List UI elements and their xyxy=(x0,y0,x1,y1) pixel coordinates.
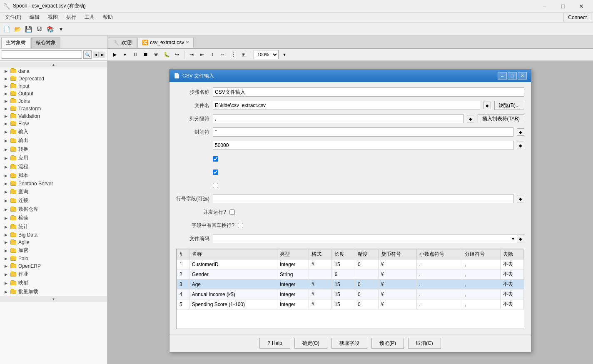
table-row[interactable]: 4Annual Income (k$)Integer#150¥.,不去 xyxy=(177,289,524,299)
stop-button[interactable]: ⏹ xyxy=(141,50,150,59)
csv-tab-close[interactable]: ✕ xyxy=(186,40,189,45)
tree-item[interactable]: ▶ Flow xyxy=(0,120,107,127)
checkbox1[interactable] xyxy=(213,156,218,162)
encoding-input[interactable] xyxy=(213,234,524,243)
tree-item[interactable]: ▶ Joins xyxy=(0,97,107,105)
enclosure-diamond-button[interactable]: ◆ xyxy=(517,128,524,136)
help-button[interactable]: ? Help xyxy=(259,338,290,349)
tree-expand-button[interactable]: ▶ xyxy=(100,52,105,57)
encoding-dropdown-button[interactable]: ▾ xyxy=(509,234,517,243)
tree-item[interactable]: ▶ 输入 xyxy=(0,127,107,136)
table-row[interactable]: 5Spending Score (1-100)Integer#150¥.,不去 xyxy=(177,299,524,309)
align-right-button[interactable]: ⇤ xyxy=(197,50,207,59)
get-fields-button[interactable]: 获取字段 xyxy=(331,338,367,349)
tree-item[interactable]: ▶ Pentaho Server xyxy=(0,180,107,187)
maximize-button[interactable]: □ xyxy=(555,2,571,10)
table-row[interactable]: 2GenderString6¥.,不去 xyxy=(177,269,524,279)
newline-checkbox[interactable] xyxy=(238,223,243,228)
confirm-button[interactable]: 确定(O) xyxy=(294,338,327,349)
delimiter-diamond-button[interactable]: ◆ xyxy=(467,115,474,122)
save-button[interactable]: 💾 xyxy=(23,24,33,34)
tree-item[interactable]: ▶ 查询 xyxy=(0,187,107,196)
menu-view[interactable]: 视图 xyxy=(45,13,61,22)
row-number-field-input[interactable] xyxy=(213,194,513,203)
tree-item[interactable]: ▶ Deprecated xyxy=(0,75,107,82)
run-dropdown-button[interactable]: ▾ xyxy=(120,50,130,59)
tree-item[interactable]: ▶ Output xyxy=(0,90,107,97)
tree-item[interactable]: ▶ 映射 xyxy=(0,279,107,287)
tree-item[interactable]: ▶ Big Data xyxy=(0,231,107,239)
debug-button[interactable]: 🐛 xyxy=(162,50,171,59)
minimize-button[interactable]: – xyxy=(536,2,553,10)
search-tree-button[interactable]: 🔍 xyxy=(83,50,92,59)
menu-help[interactable]: 帮助 xyxy=(100,13,116,22)
tree-item[interactable]: ▶ Palo xyxy=(0,255,107,262)
tab-core-objects[interactable]: 核心对象 xyxy=(31,37,60,48)
tree-item[interactable]: ▶ 统计 xyxy=(0,222,107,231)
dialog-minimize-button[interactable]: – xyxy=(498,72,507,80)
table-row[interactable]: 3AgeInteger#150¥.,不去 xyxy=(177,279,524,289)
insert-tab-button[interactable]: 插入制表符(TAB) xyxy=(478,114,524,123)
tree-item[interactable]: ▶ 应用 xyxy=(0,154,107,162)
step-button[interactable]: ↪ xyxy=(172,50,182,59)
connect-button[interactable]: Connect xyxy=(563,13,591,22)
tab-csv-extract[interactable]: 🔀 csv_extract.csv ✕ xyxy=(137,37,194,48)
tree-item[interactable]: ▶ 批量加载 xyxy=(0,287,107,296)
tree-item[interactable]: ▶ 数据仓库 xyxy=(0,205,107,214)
dialog-maximize-button[interactable]: □ xyxy=(508,72,517,80)
tree-item[interactable]: ▶ Input xyxy=(0,82,107,90)
rows-number-input[interactable] xyxy=(213,141,513,150)
menu-tools[interactable]: 工具 xyxy=(81,13,98,22)
snap-button[interactable]: ⊞ xyxy=(239,50,248,59)
enclosure-input[interactable] xyxy=(213,127,513,137)
open-button[interactable]: 📂 xyxy=(12,24,22,34)
rows-number-diamond-button[interactable]: ◆ xyxy=(517,142,524,149)
tree-item[interactable]: ▶ 输出 xyxy=(0,136,107,145)
dropdown-button[interactable]: ▾ xyxy=(56,24,66,34)
search-input[interactable] xyxy=(2,50,82,59)
cancel-button[interactable]: 取消(C) xyxy=(408,338,441,349)
tree-item[interactable]: ▶ 作业 xyxy=(0,270,107,279)
run-button[interactable]: ▶ xyxy=(110,50,119,59)
tree-item[interactable]: ▶ 流程 xyxy=(0,162,107,171)
browse-button[interactable]: 浏览(B)... xyxy=(494,101,524,110)
close-button[interactable]: ✕ xyxy=(573,2,590,10)
step-name-input[interactable] xyxy=(213,87,524,97)
distribute-button[interactable]: ⋮ xyxy=(229,50,238,59)
tree-scroll-up[interactable]: ▲ xyxy=(0,62,107,67)
delimiter-input[interactable] xyxy=(213,114,463,123)
file-name-input[interactable] xyxy=(213,101,480,110)
tree-item[interactable]: ▶ 检验 xyxy=(0,214,107,222)
preview-button-footer[interactable]: 预览(P) xyxy=(371,338,404,349)
tree-item[interactable]: ▶ Validation xyxy=(0,112,107,120)
tree-area[interactable]: ▲ ▶ dana ▶ Deprecated ▶ Input ▶ Output ▶… xyxy=(0,61,107,364)
tree-item[interactable]: ▶ 脚本 xyxy=(0,171,107,180)
align-bottom-button[interactable]: ↔ xyxy=(218,50,227,59)
file-name-diamond-button[interactable]: ◆ xyxy=(483,102,491,109)
tree-collapse-button[interactable]: ◀ xyxy=(93,52,99,57)
new-button[interactable]: 📄 xyxy=(2,24,12,34)
tree-item[interactable]: ▶ dana xyxy=(0,67,107,75)
pause-button[interactable]: ⏸ xyxy=(131,50,140,59)
align-top-button[interactable]: ↕ xyxy=(208,50,217,59)
tab-welcome[interactable]: 🥄 欢迎! xyxy=(109,37,137,48)
tree-item[interactable]: ▶ 转换 xyxy=(0,145,107,154)
tree-scroll-down[interactable]: ▼ xyxy=(0,296,107,302)
parallel-checkbox[interactable] xyxy=(229,209,235,215)
tree-item[interactable]: ▶ 连接 xyxy=(0,196,107,205)
table-row[interactable]: 1CustomerIDInteger#150¥.,不去 xyxy=(177,259,524,269)
dialog-close-button[interactable]: ✕ xyxy=(518,72,527,80)
zoom-select[interactable]: 50% 75% 100% 150% 200% xyxy=(254,50,279,59)
encoding-diamond-button[interactable]: ◆ xyxy=(517,235,524,242)
tree-item[interactable]: ▶ 加密 xyxy=(0,246,107,255)
zoom-dropdown-button[interactable]: ▾ xyxy=(280,50,289,59)
saveas-button[interactable]: 🖫 xyxy=(34,24,44,34)
menu-run[interactable]: 执行 xyxy=(63,13,80,22)
checkbox3[interactable] xyxy=(213,183,218,188)
checkbox2[interactable] xyxy=(213,170,218,175)
row-number-field-diamond-button[interactable]: ◆ xyxy=(517,195,524,202)
preview-button[interactable]: 👁 xyxy=(152,50,161,59)
menu-file[interactable]: 文件(F) xyxy=(2,13,25,22)
tab-main-objects[interactable]: 主对象树 xyxy=(1,37,30,48)
tree-item[interactable]: ▶ OpenERP xyxy=(0,262,107,270)
